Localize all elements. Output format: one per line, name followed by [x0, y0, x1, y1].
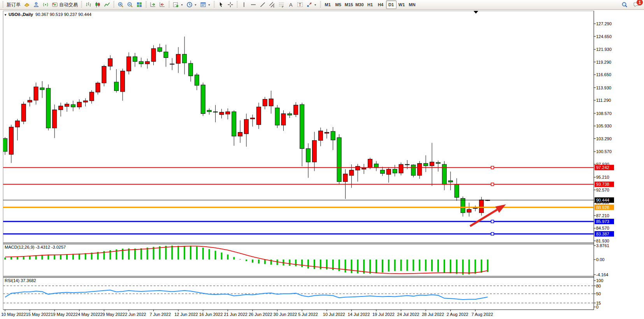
candle[interactable] — [15, 119, 19, 140]
candle[interactable] — [170, 58, 174, 70]
zoom-out-button[interactable] — [125, 0, 135, 9]
candle[interactable] — [269, 91, 273, 113]
candle[interactable] — [337, 134, 341, 184]
candle[interactable] — [164, 45, 168, 67]
toolbar-grip[interactable] — [2, 1, 4, 8]
channel-button[interactable]: E — [267, 0, 277, 9]
line-handle[interactable] — [491, 220, 494, 223]
tf-m15-button[interactable]: M15 — [344, 0, 354, 9]
market-watch-button[interactable] — [22, 0, 32, 9]
toolbar-grip[interactable] — [320, 1, 321, 8]
candle[interactable] — [96, 82, 100, 94]
candle[interactable] — [442, 161, 446, 190]
candle[interactable] — [479, 197, 484, 216]
signals-button[interactable] — [41, 0, 50, 9]
toolbar-grip[interactable] — [81, 1, 82, 8]
candle[interactable] — [393, 165, 397, 176]
candle[interactable] — [362, 164, 366, 174]
toolbar-grip[interactable] — [146, 1, 147, 8]
candle[interactable] — [108, 55, 112, 70]
profile-button[interactable] — [32, 0, 41, 9]
candles[interactable] — [3, 37, 490, 216]
candle[interactable] — [145, 59, 149, 69]
candle[interactable] — [256, 103, 261, 129]
text-button[interactable]: A — [286, 0, 295, 9]
periods-button[interactable]: ▼ — [185, 0, 198, 9]
candle[interactable] — [151, 45, 156, 65]
candle[interactable] — [127, 52, 131, 75]
dropdown-caret-icon[interactable]: ▼ — [181, 3, 183, 6]
horizontal-level-line[interactable]: 93.738 — [3, 181, 614, 187]
price-chart-canvas[interactable]: 127.290124.650121.930119.290116.650113.9… — [0, 10, 644, 319]
candle[interactable] — [399, 162, 403, 175]
candle[interactable] — [325, 129, 329, 139]
candle[interactable] — [65, 102, 69, 112]
candle[interactable] — [40, 81, 44, 98]
tf-h1-button[interactable]: H1 — [365, 0, 376, 9]
chart-collapse-icon[interactable]: ▼ — [4, 13, 7, 17]
dropdown-caret-icon[interactable]: ▼ — [208, 3, 211, 6]
bar-chart-button[interactable] — [84, 0, 93, 9]
candle[interactable] — [226, 108, 230, 119]
fibonacci-button[interactable]: F — [277, 0, 286, 9]
auto-trading-button[interactable]: 自动交易 — [50, 0, 79, 9]
candle[interactable] — [133, 53, 137, 67]
candle[interactable] — [213, 105, 218, 122]
candle[interactable] — [182, 37, 187, 74]
candle[interactable] — [467, 203, 471, 217]
crosshair-button[interactable] — [226, 0, 235, 9]
candle[interactable] — [238, 120, 242, 143]
candle[interactable] — [331, 127, 335, 150]
line-chart-button[interactable] — [102, 0, 112, 9]
candle[interactable] — [176, 47, 181, 73]
candle[interactable] — [114, 69, 119, 92]
line-handle[interactable] — [491, 232, 494, 235]
chart-shift-button[interactable] — [158, 0, 167, 9]
candle[interactable] — [139, 58, 143, 67]
tf-w1-button[interactable]: W1 — [397, 0, 407, 9]
templates-button[interactable]: ▼ — [198, 0, 212, 9]
dropdown-caret-icon[interactable]: ▼ — [314, 3, 317, 6]
tf-h4-button[interactable]: H4 — [376, 0, 386, 9]
candle[interactable] — [28, 97, 32, 106]
candle[interactable] — [59, 103, 63, 117]
candle[interactable] — [436, 160, 440, 171]
candle[interactable] — [232, 110, 236, 146]
candle[interactable] — [9, 125, 13, 163]
chart-shift-marker-icon[interactable] — [474, 11, 478, 14]
toolbar-grip[interactable] — [237, 1, 238, 8]
rsi-axis[interactable]: 1008050150 — [594, 278, 603, 309]
candle[interactable] — [418, 161, 422, 179]
candle[interactable] — [77, 99, 81, 110]
candle[interactable] — [158, 44, 162, 52]
candle[interactable] — [102, 65, 106, 86]
horizontal-level-line[interactable]: 97.242 — [3, 165, 614, 170]
candle[interactable] — [300, 103, 304, 166]
trendline-button[interactable] — [258, 0, 267, 9]
new-order-button[interactable]: 新订单 — [5, 0, 22, 9]
candle[interactable] — [424, 155, 428, 172]
horizontal-level-line[interactable]: 85.973 — [3, 219, 614, 224]
chat-button[interactable]: 1 — [632, 0, 641, 9]
chart-window[interactable]: 127.290124.650121.930119.290116.650113.9… — [0, 10, 644, 319]
candle[interactable] — [201, 82, 205, 116]
arrows-button[interactable]: ▼ — [305, 0, 318, 9]
tf-m30-button[interactable]: M30 — [354, 0, 365, 9]
candle[interactable] — [121, 69, 125, 101]
line-handle[interactable] — [491, 166, 494, 169]
candle[interactable] — [386, 167, 391, 182]
candle[interactable] — [189, 61, 193, 82]
candle[interactable] — [195, 73, 199, 90]
search-button[interactable] — [620, 0, 629, 9]
candle[interactable] — [207, 108, 211, 115]
toolbar-grip[interactable] — [214, 1, 215, 8]
candle[interactable] — [461, 197, 465, 217]
annotation-arrow-head[interactable] — [495, 204, 506, 213]
candle[interactable] — [275, 105, 279, 128]
candle[interactable] — [46, 84, 51, 130]
candle[interactable] — [34, 82, 38, 105]
new-chart-button[interactable]: ▼ — [171, 0, 185, 9]
candle[interactable] — [306, 143, 311, 178]
horizontal-line-button[interactable] — [249, 0, 258, 9]
candle[interactable] — [3, 137, 7, 155]
